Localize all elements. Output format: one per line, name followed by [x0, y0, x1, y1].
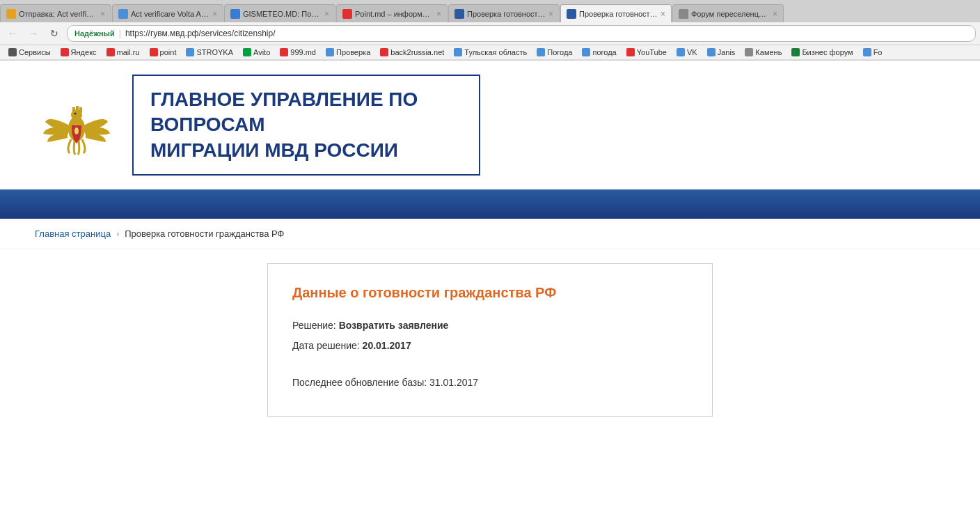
bookmark-item[interactable]: Яндекс [56, 47, 101, 58]
decision-value: Возвратить заявление [339, 320, 449, 331]
tab-close-button[interactable]: × [100, 9, 105, 19]
bookmark-favicon [626, 48, 635, 56]
bookmark-item[interactable]: Janis [703, 47, 740, 58]
update-value: 31.01.2017 [429, 377, 478, 388]
svg-rect-3 [76, 106, 79, 113]
bookmark-favicon [243, 48, 251, 56]
bookmark-item[interactable]: Avito [239, 47, 274, 58]
browser-tab[interactable]: Отправка: Act verificare... × [0, 4, 111, 22]
tab-bar: Отправка: Act verificare... × Act verifi… [0, 0, 980, 22]
address-bar: ← → ↻ Надёжный | https://гувм.мвд.рф/ser… [0, 22, 980, 45]
tab-close-button[interactable]: × [661, 9, 665, 19]
bookmark-label: YouTube [637, 48, 667, 56]
browser-tab[interactable]: Point.md – информац... × [336, 4, 448, 22]
card-title: Данные о готовности гражданства РФ [292, 285, 688, 301]
tab-close-button[interactable]: × [324, 9, 329, 19]
bookmark-label: Яндекс [71, 48, 97, 56]
bookmark-item[interactable]: Сервисы [4, 47, 55, 58]
back-button[interactable]: ← [4, 25, 21, 42]
bookmark-item[interactable]: Fo [859, 47, 887, 58]
secure-badge: Надёжный [74, 29, 115, 38]
bookmark-label: mail.ru [117, 48, 140, 56]
date-label: Дата решение: [292, 340, 363, 351]
svg-rect-4 [79, 107, 82, 113]
tab-label: Act verificare Volta Avar... [131, 10, 210, 18]
tab-label: GISMETEO.MD: Погода ... [243, 10, 322, 18]
browser-tab[interactable]: GISMETEO.MD: Погода ... × [224, 4, 335, 22]
site-header: ГЛАВНОЕ УПРАВЛЕНИЕ ПО ВОПРОСАМ МИГРАЦИИ … [0, 61, 980, 189]
bookmark-label: point [160, 48, 177, 56]
svg-point-6 [74, 112, 77, 114]
breadcrumb-home-link[interactable]: Главная страница [35, 228, 111, 239]
bookmark-label: Тульская область [464, 48, 527, 56]
address-input[interactable]: Надёжный | https://гувм.мвд.рф/services/… [67, 25, 976, 42]
card-date-field: Дата решение: 20.01.2017 [292, 338, 688, 353]
bookmark-item[interactable]: VK [672, 47, 702, 58]
forward-button[interactable]: → [25, 25, 42, 42]
bookmark-favicon [707, 48, 716, 56]
tab-close-button[interactable]: × [436, 9, 441, 19]
tab-label: Проверка готовности г... [467, 10, 546, 18]
date-value: 20.01.2017 [363, 340, 411, 351]
bookmark-item[interactable]: 999.md [276, 47, 320, 58]
breadcrumb-current: Проверка готовности гражданства РФ [125, 228, 284, 239]
tab-favicon [567, 9, 576, 19]
bookmark-favicon [186, 48, 194, 56]
browser-tab[interactable]: Форум переселенцев -... × [672, 4, 784, 22]
bookmark-favicon [582, 48, 590, 56]
emblem-icon [38, 87, 115, 164]
site-logo [35, 84, 118, 167]
update-label: Последнее обновление базы: [292, 377, 429, 388]
browser-tab[interactable]: Проверка готовности г... × [560, 4, 672, 22]
card-decision-field: Решение: Возвратить заявление [292, 318, 688, 333]
svg-rect-2 [72, 107, 75, 113]
bookmark-item[interactable]: mail.ru [102, 47, 144, 58]
bookmark-label: Проверка [336, 48, 370, 56]
browser-tab[interactable]: Проверка готовности г... × [448, 4, 560, 22]
breadcrumb-separator: › [116, 229, 119, 239]
bookmark-item[interactable]: Тульская область [450, 47, 531, 58]
result-card: Данные о готовности гражданства РФ Решен… [267, 263, 713, 417]
reload-button[interactable]: ↻ [46, 25, 63, 42]
nav-band [0, 189, 980, 219]
bookmark-item[interactable]: STROYKA [182, 47, 237, 58]
bookmark-item[interactable]: погода [578, 47, 620, 58]
tab-close-button[interactable]: × [548, 9, 553, 19]
card-update-field: Последнее обновление базы: 31.01.2017 [292, 377, 688, 388]
bookmark-item[interactable]: Проверка [322, 47, 374, 58]
bookmark-label: Avito [253, 48, 270, 56]
bookmark-item[interactable]: Бизнес форум [787, 47, 857, 58]
bookmark-label: back2russia.net [390, 48, 444, 56]
bookmark-label: Сервисы [19, 48, 51, 56]
bookmark-favicon [280, 48, 288, 56]
bookmark-item[interactable]: Камень [741, 47, 786, 58]
bookmark-label: Погода [547, 48, 572, 56]
bookmark-item[interactable]: back2russia.net [376, 47, 448, 58]
bookmark-item[interactable]: YouTube [622, 47, 671, 58]
bookmark-favicon [677, 48, 685, 56]
bookmarks-bar: Сервисы Яндекс mail.ru point STROYKA Avi… [0, 45, 980, 60]
address-url: https://гувм.мвд.рф/services/citizenship… [125, 29, 276, 38]
bookmark-favicon [106, 48, 115, 56]
bookmark-favicon [380, 48, 388, 56]
bookmark-favicon [537, 48, 545, 56]
bookmark-label: Fo [874, 48, 883, 56]
svg-point-5 [74, 127, 79, 134]
bookmark-label: погода [592, 48, 616, 56]
tab-close-button[interactable]: × [773, 9, 777, 19]
bookmark-item[interactable]: Погода [532, 47, 576, 58]
page-content: ГЛАВНОЕ УПРАВЛЕНИЕ ПО ВОПРОСАМ МИГРАЦИИ … [0, 61, 980, 492]
browser-chrome: Отправка: Act verificare... × Act verifi… [0, 0, 980, 61]
tab-close-button[interactable]: × [212, 9, 217, 19]
bookmark-favicon [863, 48, 871, 56]
tab-label: Проверка готовности г... [579, 10, 658, 18]
tab-label: Отправка: Act verificare... [19, 10, 97, 18]
browser-tab[interactable]: Act verificare Volta Avar... × [112, 4, 223, 22]
main-content: Данные о готовности гражданства РФ Решен… [0, 249, 980, 444]
tab-favicon [230, 9, 240, 19]
bookmark-favicon [326, 48, 334, 56]
breadcrumb: Главная страница › Проверка готовности г… [0, 219, 980, 249]
header-title-box: ГЛАВНОЕ УПРАВЛЕНИЕ ПО ВОПРОСАМ МИГРАЦИИ … [132, 75, 480, 176]
header-title: ГЛАВНОЕ УПРАВЛЕНИЕ ПО ВОПРОСАМ МИГРАЦИИ … [150, 87, 462, 163]
bookmark-item[interactable]: point [145, 47, 181, 58]
